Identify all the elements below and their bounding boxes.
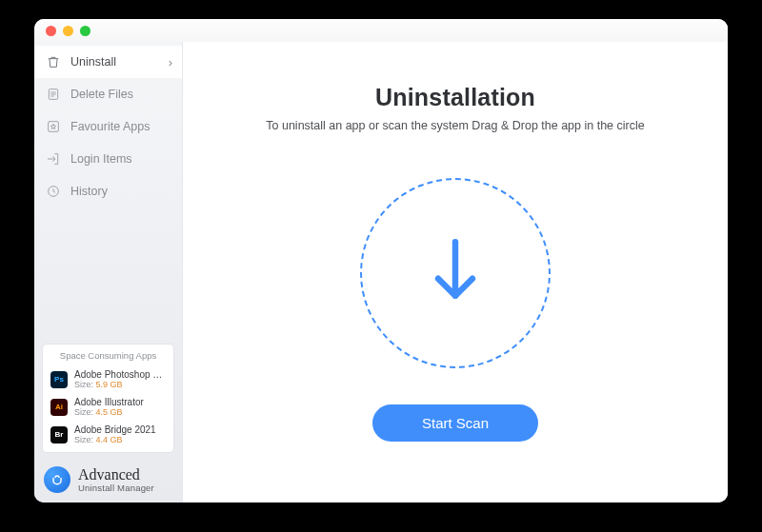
star-box-icon xyxy=(46,119,61,134)
page-subtitle: To uninstall an app or scan the system D… xyxy=(266,119,644,132)
space-consuming-apps-card: Space Consuming Apps Ps Adobe Photoshop … xyxy=(42,344,174,453)
app-badge-icon: Ai xyxy=(50,399,68,416)
start-scan-button[interactable]: Start Scan xyxy=(372,404,538,442)
space-card-title: Space Consuming Apps xyxy=(50,350,166,361)
sidebar-item-label: History xyxy=(70,185,108,198)
sidebar-item-label: Delete Files xyxy=(70,88,133,101)
sidebar: Uninstall › Delete Files Favourite Apps xyxy=(34,42,183,502)
space-app-name: Adobe Photoshop 2… xyxy=(74,369,166,380)
space-app-row[interactable]: Ps Adobe Photoshop 2… Size: 5.9 GB xyxy=(50,365,166,393)
space-app-name: Adobe Illustrator xyxy=(74,397,144,407)
sidebar-item-label: Favourite Apps xyxy=(70,120,150,133)
clock-icon xyxy=(46,184,61,199)
page-title: Uninstallation xyxy=(375,84,535,111)
window-titlebar xyxy=(34,19,728,42)
sidebar-item-login-items[interactable]: Login Items xyxy=(34,143,182,175)
login-icon xyxy=(46,151,61,167)
brand-name: Advanced xyxy=(78,467,154,483)
sidebar-item-delete-files[interactable]: Delete Files xyxy=(34,78,182,110)
drop-zone[interactable] xyxy=(360,178,551,368)
sidebar-item-history[interactable]: History xyxy=(34,175,182,207)
sidebar-item-label: Uninstall xyxy=(70,55,116,69)
sidebar-item-label: Login Items xyxy=(70,152,132,166)
app-badge-icon: Ps xyxy=(50,371,68,388)
brand-footer: Advanced Uninstall Manager xyxy=(34,459,182,502)
space-app-size: Size: 5.9 GB xyxy=(74,380,166,389)
space-app-name: Adobe Bridge 2021 xyxy=(74,424,156,435)
space-app-row[interactable]: Ai Adobe Illustrator Size: 4.5 GB xyxy=(50,393,166,421)
space-app-size: Size: 4.5 GB xyxy=(74,407,144,417)
main-panel: Uninstallation To uninstall an app or sc… xyxy=(183,42,728,502)
app-badge-icon: Br xyxy=(50,426,68,443)
files-icon xyxy=(46,87,61,102)
sidebar-nav: Uninstall › Delete Files Favourite Apps xyxy=(34,42,182,207)
app-window: Uninstall › Delete Files Favourite Apps xyxy=(34,19,728,502)
window-close-icon[interactable] xyxy=(46,26,56,36)
sidebar-item-uninstall[interactable]: Uninstall › xyxy=(34,46,182,78)
window-zoom-icon[interactable] xyxy=(80,26,90,36)
space-app-row[interactable]: Br Adobe Bridge 2021 Size: 4.4 GB xyxy=(50,421,166,448)
space-app-size: Size: 4.4 GB xyxy=(74,435,156,444)
sidebar-item-favourite-apps[interactable]: Favourite Apps xyxy=(34,110,182,143)
brand-tagline: Uninstall Manager xyxy=(78,483,154,493)
window-minimize-icon[interactable] xyxy=(63,26,73,36)
brand-logo-icon xyxy=(44,466,70,493)
chevron-right-icon: › xyxy=(169,55,172,69)
trash-icon xyxy=(46,54,61,69)
arrow-down-icon xyxy=(430,237,481,309)
